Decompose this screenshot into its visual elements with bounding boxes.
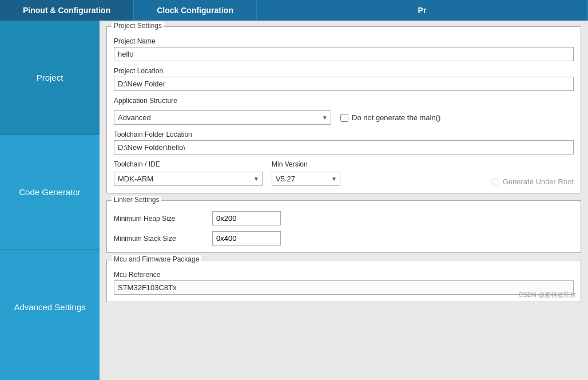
toolchain-ide-select[interactable]: MDK-ARM EWARM SW4STM32 [114,172,263,186]
min-version-col: Min Version V5.27 V5.26 V5.25 ▼ [272,160,340,186]
tab-pinout[interactable]: Pinout & Configuration [0,0,134,21]
toolchain-folder-group: Toolchain Folder Location [114,130,574,155]
min-stack-input[interactable] [212,231,281,246]
project-name-input[interactable] [114,47,574,61]
min-version-select[interactable]: V5.27 V5.26 V5.25 [272,172,340,186]
sidebar-item-project[interactable]: Project [0,21,100,135]
mcu-firmware-legend: Mcu and Firmware Package [112,255,201,263]
sidebar-item-code-generator[interactable]: Code Generator [0,135,100,250]
project-location-group: Project Location [114,67,574,91]
min-version-dropdown-wrapper: V5.27 V5.26 V5.25 ▼ [272,172,340,186]
toolchain-row: Toolchain / IDE MDK-ARM EWARM SW4STM32 ▼… [114,160,574,186]
project-settings-legend: Project Settings [112,22,164,30]
min-stack-label: Minimum Stack Size [114,235,205,243]
project-name-group: Project Name [114,37,574,61]
project-location-input[interactable] [114,77,574,91]
do-not-generate-row: Do not generate the main() [340,113,440,122]
tab-project[interactable]: Pr [257,0,588,21]
do-not-generate-checkbox[interactable] [340,114,348,122]
app-structure-group: Application Structure Basic Advanced ▼ D… [114,97,574,125]
mcu-ref-label: Mcu Reference [114,271,574,279]
min-heap-label: Minimum Heap Size [114,215,205,223]
toolchain-ide-label: Toolchain / IDE [114,160,263,168]
mcu-ref-input[interactable] [114,280,574,295]
generate-under-root-checkbox[interactable] [491,178,499,186]
sidebar-item-advanced-settings[interactable]: Advanced Settings [0,250,100,364]
tab-bar: Pinout & Configuration Clock Configurati… [0,0,588,21]
app-structure-row: Basic Advanced ▼ Do not generate the mai… [114,110,574,125]
min-heap-input[interactable] [212,211,281,225]
project-settings-group: Project Settings Project Name Project Lo… [106,26,581,193]
toolchain-ide-col: Toolchain / IDE MDK-ARM EWARM SW4STM32 ▼ [114,160,263,186]
min-heap-row: Minimum Heap Size [114,211,574,225]
app-structure-select[interactable]: Basic Advanced [114,110,331,125]
linker-settings-legend: Linker Settings [112,196,161,204]
app-structure-dropdown-wrapper: Basic Advanced ▼ [114,110,331,125]
generate-under-root-row: Generate Under Root [491,177,574,186]
mcu-ref-group: Mcu Reference [114,271,574,295]
project-location-label: Project Location [114,67,574,75]
generate-under-root-label: Generate Under Root [503,177,574,186]
toolchain-folder-label: Toolchain Folder Location [114,130,574,138]
tab-clock[interactable]: Clock Configuration [134,0,257,21]
watermark: CSDN @爱科波菲尔 [519,291,576,299]
sidebar: Project Code Generator Advanced Settings [0,21,100,380]
do-not-generate-label: Do not generate the main() [352,113,440,122]
linker-settings-group: Linker Settings Minimum Heap Size Minimu… [106,200,581,253]
toolchain-folder-input[interactable] [114,140,574,155]
content-area: Project Settings Project Name Project Lo… [100,21,588,380]
toolchain-ide-dropdown-wrapper: MDK-ARM EWARM SW4STM32 ▼ [114,172,263,186]
app-structure-label: Application Structure [114,97,574,105]
min-version-label: Min Version [272,160,340,168]
mcu-firmware-group: Mcu and Firmware Package Mcu Reference C… [106,260,581,302]
project-name-label: Project Name [114,37,574,45]
min-stack-row: Minimum Stack Size [114,231,574,246]
main-layout: Project Code Generator Advanced Settings… [0,21,588,380]
